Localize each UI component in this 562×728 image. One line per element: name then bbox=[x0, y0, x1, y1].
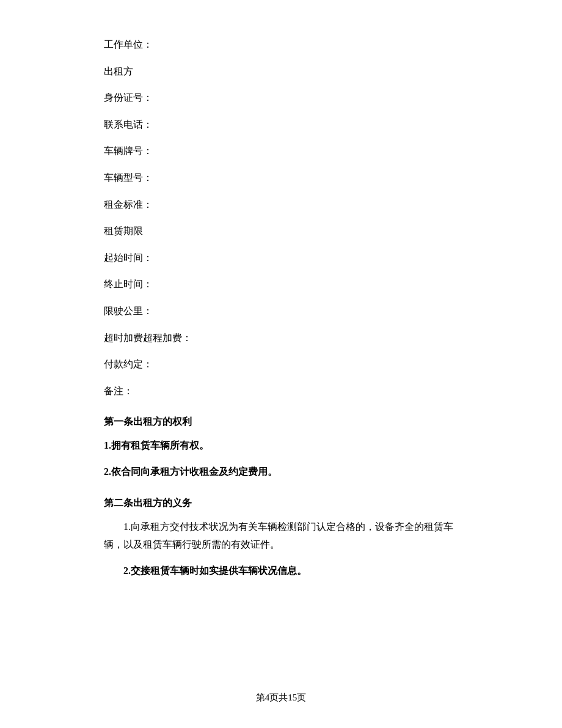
section-1-title: 第一条出租方的权利 bbox=[104, 416, 458, 428]
section-2-item-1: 1.向承租方交付技术状况为有关车辆检测部门认定合格的，设备齐全的租赁车辆，以及租… bbox=[104, 518, 458, 554]
section-1-item-2: 2.依合同向承租方计收租金及约定费用。 bbox=[104, 463, 458, 481]
field-lessor: 出租方 bbox=[104, 64, 458, 79]
field-label-km: 限驶公里： bbox=[104, 306, 153, 316]
field-payment: 付款约定： bbox=[104, 356, 458, 372]
field-label-work-unit: 工作单位： bbox=[104, 39, 153, 50]
field-plate: 车辆牌号： bbox=[104, 143, 458, 159]
field-label-payment: 付款约定： bbox=[104, 359, 153, 369]
field-label-end: 终止时间： bbox=[104, 279, 153, 289]
field-lease-period: 租赁期限 bbox=[104, 223, 458, 239]
field-km-limit: 限驶公里： bbox=[104, 303, 458, 319]
field-label-lessor: 出租方 bbox=[104, 66, 133, 76]
field-label-start: 起始时间： bbox=[104, 252, 153, 263]
field-notes: 备注： bbox=[104, 383, 458, 399]
field-start-time: 起始时间： bbox=[104, 250, 458, 266]
page: 工作单位： 出租方 身份证号： 联系电话： 车辆牌号： 车辆型号： 租金标准： … bbox=[0, 0, 562, 728]
field-label-model: 车辆型号： bbox=[104, 172, 153, 183]
field-phone: 联系电话： bbox=[104, 117, 458, 133]
field-label-overtime: 超时加费超程加费： bbox=[104, 333, 192, 343]
field-label-phone: 联系电话： bbox=[104, 119, 153, 130]
page-footer: 第4页共15页 bbox=[256, 692, 307, 704]
field-label-id: 身份证号： bbox=[104, 92, 153, 103]
section-2-title: 第二条出租方的义务 bbox=[104, 497, 458, 510]
content-area: 工作单位： 出租方 身份证号： 联系电话： 车辆牌号： 车辆型号： 租金标准： … bbox=[104, 37, 458, 588]
field-overtime-fee: 超时加费超程加费： bbox=[104, 330, 458, 346]
field-label-rent: 租金标准： bbox=[104, 199, 153, 210]
field-model: 车辆型号： bbox=[104, 170, 458, 186]
field-rent-standard: 租金标准： bbox=[104, 197, 458, 213]
field-label-plate: 车辆牌号： bbox=[104, 145, 153, 156]
field-label-notes: 备注： bbox=[104, 386, 133, 396]
field-label-period: 租赁期限 bbox=[104, 226, 143, 236]
section-2-item-2: 2.交接租赁车辆时如实提供车辆状况信息。 bbox=[104, 562, 458, 580]
page-number: 第4页共15页 bbox=[256, 693, 307, 702]
field-end-time: 终止时间： bbox=[104, 276, 458, 292]
section-1-item-1: 1.拥有租赁车辆所有权。 bbox=[104, 437, 458, 455]
field-id-number: 身份证号： bbox=[104, 90, 458, 106]
field-work-unit: 工作单位： bbox=[104, 37, 458, 53]
